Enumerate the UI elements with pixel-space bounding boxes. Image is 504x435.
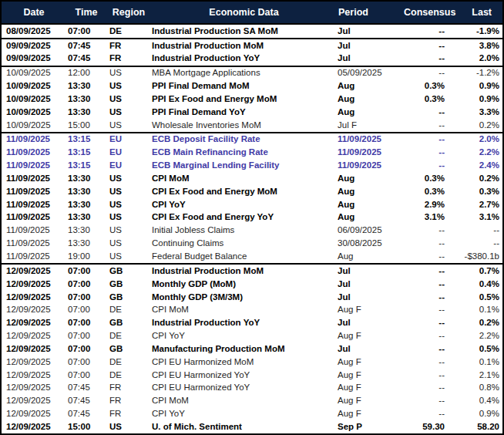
- table-row[interactable]: 11/09/2025 13:30 US CPI YoY Aug 2.9% 2.7…: [2, 198, 502, 211]
- cell-period: Jul: [337, 345, 404, 354]
- cell-time: 15:00: [66, 423, 106, 432]
- cell-economic-data: Industrial Production MoM: [151, 42, 337, 51]
- cell-last: 0.2%: [447, 121, 502, 130]
- table-row[interactable]: 10/09/2025 13:30 US PPI Final Demand MoM…: [2, 79, 502, 93]
- cell-last: -1.9%: [447, 27, 502, 36]
- table-row[interactable]: 08/09/2025 07:00 DE Industrial Productio…: [2, 25, 502, 38]
- table-row[interactable]: 12/09/2025 15:00 US U. of Mich. Sentimen…: [2, 420, 502, 433]
- cell-time: 13:30: [66, 95, 106, 104]
- table-row[interactable]: 10/09/2025 12:00 US MBA Mortgage Applica…: [2, 66, 502, 80]
- cell-region: FR: [106, 396, 151, 406]
- cell-consensus: --: [404, 148, 447, 157]
- cell-economic-data: CPI Ex Food and Energy MoM: [151, 187, 337, 197]
- cell-economic-data: Monthly GDP (3M/3M): [151, 293, 337, 302]
- cell-region: GB: [106, 280, 151, 289]
- table-row[interactable]: 12/09/2025 07:00 DE CPI EU Harmonized Yo…: [2, 369, 502, 382]
- cell-region: US: [106, 252, 151, 261]
- cell-consensus: 2.9%: [404, 201, 447, 210]
- table-row[interactable]: 12/09/2025 07:45 FR CPI MoM Aug F -- 0.4…: [2, 395, 502, 408]
- cell-time: 07:45: [66, 410, 106, 419]
- table-row[interactable]: 11/09/2025 13:15 EU ECB Main Refinancing…: [2, 147, 502, 160]
- table-row[interactable]: 11/09/2025 13:15 EU ECB Deposit Facility…: [2, 132, 502, 147]
- cell-region: FR: [106, 42, 151, 51]
- cell-date: 11/09/2025: [2, 148, 66, 157]
- cell-region: DE: [106, 27, 151, 36]
- table-row[interactable]: 12/09/2025 07:00 DE CPI MoM Aug F -- 0.1…: [2, 304, 502, 317]
- cell-time: 07:00: [66, 27, 106, 36]
- cell-economic-data: Wholesale Inventories MoM: [151, 121, 337, 130]
- table-row[interactable]: 11/09/2025 13:30 US Initial Jobless Clai…: [2, 224, 502, 238]
- cell-last: -1.2%: [447, 69, 502, 78]
- table-row[interactable]: 11/09/2025 13:30 US CPI MoM Aug 0.3% 0.2…: [2, 172, 502, 185]
- cell-date: 12/09/2025: [2, 293, 66, 302]
- table-row[interactable]: 11/09/2025 19:00 US Federal Budget Balan…: [2, 250, 502, 263]
- table-row[interactable]: 12/09/2025 07:45 FR CPI EU Harmonized Yo…: [2, 382, 502, 395]
- cell-date: 11/09/2025: [2, 135, 66, 144]
- table-row[interactable]: 11/09/2025 13:15 EU ECB Marginal Lending…: [2, 159, 502, 172]
- cell-time: 07:00: [66, 305, 106, 315]
- cell-date: 09/09/2025: [2, 42, 66, 51]
- cell-period: Sep P: [337, 423, 404, 432]
- table-row[interactable]: 09/09/2025 07:45 FR Industrial Productio…: [2, 38, 502, 52]
- cell-region: EU: [106, 148, 151, 157]
- cell-last: 0.2%: [447, 319, 502, 328]
- cell-consensus: 0.3%: [404, 187, 447, 197]
- cell-date: 12/09/2025: [2, 423, 66, 432]
- cell-time: 13:15: [66, 161, 106, 170]
- table-row[interactable]: 11/09/2025 13:30 US CPI Ex Food and Ener…: [2, 211, 502, 224]
- cell-time: 07:00: [66, 345, 106, 354]
- cell-date: 10/09/2025: [2, 82, 66, 91]
- cell-last: 2.4%: [447, 161, 502, 170]
- cell-region: US: [106, 423, 151, 432]
- cell-period: Jul F: [337, 121, 404, 130]
- table-row[interactable]: 11/09/2025 13:30 US Continuing Claims 30…: [2, 238, 502, 251]
- cell-last: 3.3%: [447, 108, 502, 117]
- table-row[interactable]: 12/09/2025 07:00 GB Monthly GDP (3M/3M) …: [2, 291, 502, 304]
- cell-region: DE: [106, 332, 151, 341]
- cell-consensus: --: [404, 345, 447, 354]
- cell-region: GB: [106, 319, 151, 328]
- table-row[interactable]: 10/09/2025 15:00 US Wholesale Inventorie…: [2, 119, 502, 132]
- cell-last: --: [447, 239, 502, 248]
- cell-economic-data: Manufacturing Production MoM: [151, 345, 337, 354]
- cell-date: 11/09/2025: [2, 201, 66, 210]
- table-row[interactable]: 12/09/2025 07:00 GB Industrial Productio…: [2, 263, 502, 278]
- cell-last: 58.20: [447, 423, 502, 432]
- cell-consensus: --: [404, 135, 447, 144]
- cell-consensus: --: [404, 252, 447, 261]
- table-row[interactable]: 12/09/2025 07:00 GB Manufacturing Produc…: [2, 342, 502, 356]
- cell-economic-data: Industrial Production YoY: [151, 54, 337, 63]
- cell-economic-data: CPI Ex Food and Energy YoY: [151, 213, 337, 222]
- table-row[interactable]: 12/09/2025 07:00 GB Monthly GDP (MoM) Ju…: [2, 278, 502, 291]
- cell-last: --: [447, 226, 502, 235]
- cell-time: 07:00: [66, 267, 106, 276]
- table-row[interactable]: 09/09/2025 07:45 FR Industrial Productio…: [2, 52, 502, 66]
- cell-time: 13:30: [66, 201, 106, 210]
- cell-date: 12/09/2025: [2, 383, 66, 393]
- cell-date: 11/09/2025: [2, 226, 66, 235]
- cell-region: FR: [106, 54, 151, 63]
- table-row[interactable]: 12/09/2025 07:00 DE CPI EU Harmonized Mo…: [2, 356, 502, 369]
- table-row[interactable]: 12/09/2025 07:00 DE CPI YoY Aug F -- 2.2…: [2, 329, 502, 342]
- column-header-region: Region: [106, 7, 151, 18]
- cell-economic-data: Monthly GDP (MoM): [151, 280, 337, 289]
- cell-consensus: 59.30: [404, 423, 447, 432]
- cell-last: 2.2%: [447, 148, 502, 157]
- cell-consensus: --: [404, 121, 447, 130]
- cell-date: 12/09/2025: [2, 267, 66, 276]
- cell-period: 11/09/2025: [337, 161, 404, 170]
- table-row[interactable]: 10/09/2025 13:30 US PPI Ex Food and Ener…: [2, 93, 502, 106]
- cell-last: -$380.1b: [447, 252, 502, 261]
- table-row[interactable]: 12/09/2025 07:00 GB Industrial Productio…: [2, 317, 502, 330]
- table-row[interactable]: 11/09/2025 13:30 US CPI Ex Food and Ener…: [2, 185, 502, 198]
- cell-economic-data: CPI MoM: [151, 305, 337, 315]
- cell-economic-data: MBA Mortgage Applications: [151, 69, 337, 78]
- table-row[interactable]: 12/09/2025 07:45 FR CPI YoY Aug F -- 0.9…: [2, 407, 502, 420]
- cell-time: 13:30: [66, 239, 106, 248]
- cell-region: US: [106, 69, 151, 78]
- cell-period: Aug: [337, 82, 404, 91]
- cell-consensus: --: [404, 108, 447, 117]
- cell-consensus: --: [404, 226, 447, 235]
- cell-economic-data: PPI Final Demand YoY: [151, 108, 337, 117]
- table-row[interactable]: 10/09/2025 13:30 US PPI Final Demand YoY…: [2, 106, 502, 119]
